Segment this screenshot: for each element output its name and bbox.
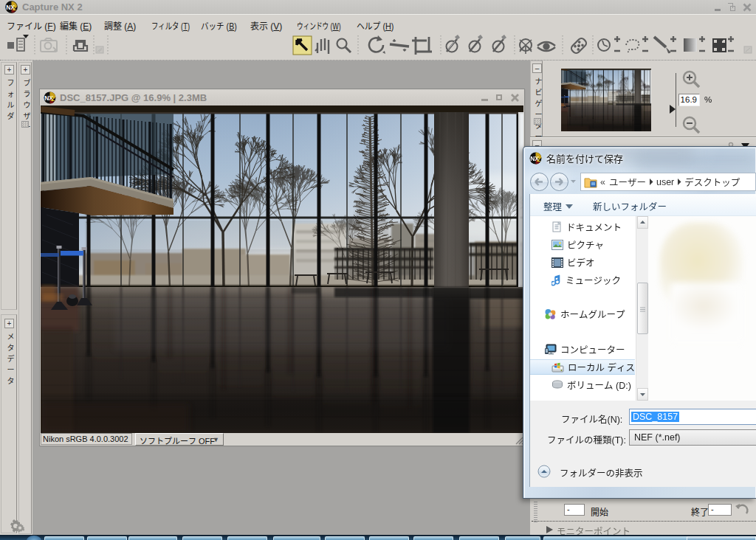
svg-text:2: 2 (51, 95, 55, 103)
svg-text:2: 2 (537, 156, 540, 163)
svg-text:2: 2 (13, 4, 16, 12)
